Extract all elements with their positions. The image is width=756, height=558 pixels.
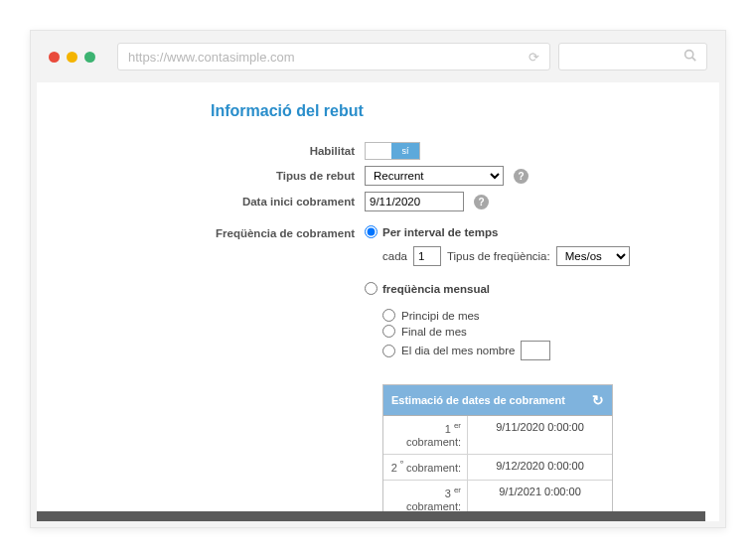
close-dot[interactable] bbox=[49, 52, 60, 63]
search-box[interactable] bbox=[558, 43, 707, 70]
radio-principi-input[interactable] bbox=[382, 309, 395, 322]
select-tipus-freq[interactable]: Mes/os bbox=[556, 246, 630, 266]
estimate-title: Estimació de dates de cobrament bbox=[391, 394, 565, 406]
radio-dia-input[interactable] bbox=[382, 345, 395, 357]
radio-final-label: Final de mes bbox=[401, 326, 467, 338]
radio-dia[interactable]: El dia del mes nombre bbox=[382, 341, 630, 360]
radio-mensual[interactable]: freqüència mensual bbox=[365, 282, 630, 295]
radio-final[interactable]: Final de mes bbox=[382, 325, 630, 338]
row-data-inici: Data inici cobrament ? bbox=[211, 192, 719, 211]
label-data-inici: Data inici cobrament bbox=[211, 196, 355, 208]
row-tipus-rebut: Tipus de rebut Recurrent ? bbox=[211, 166, 719, 186]
svg-point-0 bbox=[685, 51, 693, 59]
freq-options: Per interval de temps cada Tipus de freq… bbox=[365, 225, 630, 521]
radio-final-input[interactable] bbox=[382, 325, 395, 338]
browser-frame: https://www.contasimple.com ⟳ Informació… bbox=[30, 30, 726, 528]
refresh-icon[interactable]: ↻ bbox=[592, 392, 604, 408]
radio-interval-input[interactable] bbox=[365, 225, 378, 238]
form-area: Informació del rebut Habilitat sí Tipus … bbox=[37, 82, 719, 521]
svg-line-1 bbox=[692, 58, 695, 61]
input-dia[interactable] bbox=[521, 341, 550, 360]
window-controls bbox=[49, 52, 95, 63]
table-row: 2 º cobrament: 9/12/2020 0:00:00 bbox=[383, 455, 612, 481]
label-frequencia: Freqüència de cobrament bbox=[211, 225, 355, 239]
section-title: Informació del rebut bbox=[211, 102, 719, 120]
toggle-habilitat[interactable]: sí bbox=[365, 142, 420, 160]
input-data-inici[interactable] bbox=[365, 192, 464, 211]
estimate-date: 9/12/2020 0:00:00 bbox=[468, 455, 612, 480]
cada-label: cada bbox=[382, 250, 407, 262]
estimate-ord: 1 er cobrament: bbox=[383, 416, 468, 454]
select-tipus-rebut[interactable]: Recurrent bbox=[365, 166, 504, 186]
row-habilitat: Habilitat sí bbox=[211, 142, 719, 160]
radio-principi[interactable]: Principi de mes bbox=[382, 309, 630, 322]
input-cada[interactable] bbox=[413, 246, 441, 266]
estimate-ord: 2 º cobrament: bbox=[383, 455, 468, 480]
interval-config: cada Tipus de freqüència: Mes/os bbox=[382, 246, 630, 266]
minimize-dot[interactable] bbox=[67, 52, 77, 63]
table-row: 1 er cobrament: 9/11/2020 0:00:00 bbox=[383, 416, 612, 455]
url-bar[interactable]: https://www.contasimple.com ⟳ bbox=[117, 43, 550, 70]
radio-dia-label: El dia del mes nombre bbox=[401, 345, 515, 356]
url-text: https://www.contasimple.com bbox=[128, 50, 295, 65]
radio-mensual-label: freqüència mensual bbox=[382, 283, 490, 295]
help-icon[interactable]: ? bbox=[514, 169, 529, 184]
radio-mensual-input[interactable] bbox=[365, 282, 378, 295]
refresh-icon[interactable]: ⟳ bbox=[529, 50, 539, 65]
toggle-on-label: sí bbox=[391, 143, 419, 159]
label-habilitat: Habilitat bbox=[211, 145, 355, 157]
search-icon bbox=[683, 49, 696, 65]
browser-content[interactable]: Informació del rebut Habilitat sí Tipus … bbox=[37, 82, 719, 521]
radio-interval-label: Per interval de temps bbox=[382, 226, 498, 238]
radio-principi-label: Principi de mes bbox=[401, 310, 480, 322]
page-bottom-bar bbox=[37, 511, 705, 521]
estimate-header: Estimació de dates de cobrament ↻ bbox=[383, 385, 612, 416]
estimate-date: 9/11/2020 0:00:00 bbox=[468, 416, 612, 454]
estimate-body: 1 er cobrament: 9/11/2020 0:00:00 2 º co… bbox=[383, 416, 612, 521]
tipus-freq-label: Tipus de freqüència: bbox=[447, 250, 550, 262]
help-icon[interactable]: ? bbox=[474, 195, 489, 209]
label-tipus-rebut: Tipus de rebut bbox=[211, 170, 355, 182]
maximize-dot[interactable] bbox=[84, 52, 95, 63]
row-frequencia: Freqüència de cobrament Per interval de … bbox=[211, 225, 719, 521]
estimate-table: Estimació de dates de cobrament ↻ 1 er c… bbox=[382, 384, 613, 521]
radio-interval[interactable]: Per interval de temps bbox=[365, 225, 630, 238]
browser-bar: https://www.contasimple.com ⟳ bbox=[31, 31, 725, 82]
